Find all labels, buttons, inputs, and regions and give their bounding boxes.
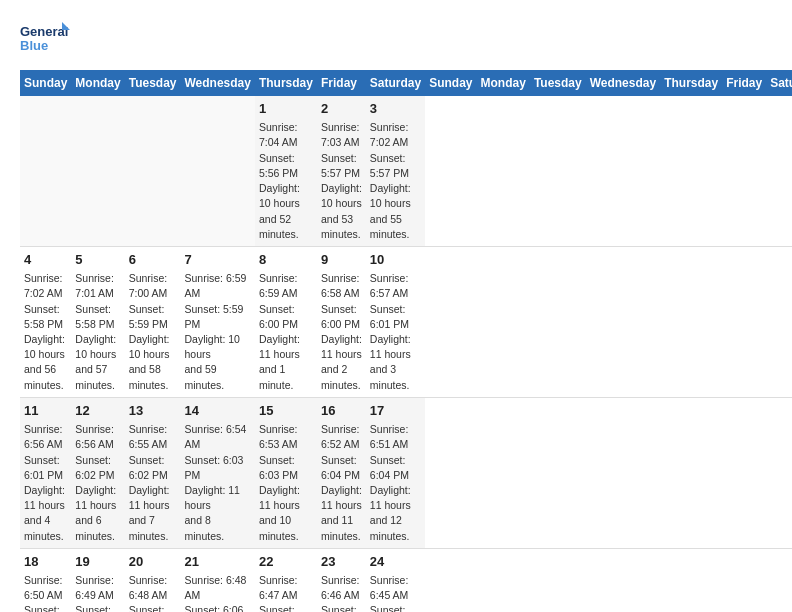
day-number: 24 <box>370 553 421 571</box>
day-number: 9 <box>321 251 362 269</box>
day-info: Sunrise: 7:01 AM Sunset: 5:58 PM Dayligh… <box>75 271 120 393</box>
day-cell: 14Sunrise: 6:54 AM Sunset: 6:03 PM Dayli… <box>180 397 254 548</box>
day-info: Sunrise: 6:57 AM Sunset: 6:01 PM Dayligh… <box>370 271 421 393</box>
day-info: Sunrise: 6:52 AM Sunset: 6:04 PM Dayligh… <box>321 422 362 544</box>
day-number: 15 <box>259 402 313 420</box>
day-info: Sunrise: 6:50 AM Sunset: 6:05 PM Dayligh… <box>24 573 67 612</box>
week-row-1: 1Sunrise: 7:04 AM Sunset: 5:56 PM Daylig… <box>20 96 792 246</box>
day-number: 3 <box>370 100 421 118</box>
svg-text:Blue: Blue <box>20 38 48 53</box>
day-info: Sunrise: 6:47 AM Sunset: 6:06 PM Dayligh… <box>259 573 313 612</box>
day-cell: 6Sunrise: 7:00 AM Sunset: 5:59 PM Daylig… <box>125 246 181 397</box>
day-info: Sunrise: 7:02 AM Sunset: 5:57 PM Dayligh… <box>370 120 421 242</box>
day-cell: 1Sunrise: 7:04 AM Sunset: 5:56 PM Daylig… <box>255 96 317 246</box>
day-number: 10 <box>370 251 421 269</box>
day-cell: 8Sunrise: 6:59 AM Sunset: 6:00 PM Daylig… <box>255 246 317 397</box>
svg-text:General: General <box>20 24 68 39</box>
day-cell: 5Sunrise: 7:01 AM Sunset: 5:58 PM Daylig… <box>71 246 124 397</box>
day-number: 20 <box>129 553 177 571</box>
header-friday: Friday <box>317 70 366 96</box>
day-number: 22 <box>259 553 313 571</box>
day-cell <box>20 96 71 246</box>
day-info: Sunrise: 7:03 AM Sunset: 5:57 PM Dayligh… <box>321 120 362 242</box>
day-info: Sunrise: 7:04 AM Sunset: 5:56 PM Dayligh… <box>259 120 313 242</box>
day-number: 14 <box>184 402 250 420</box>
col-header-thursday: Thursday <box>660 70 722 96</box>
day-info: Sunrise: 6:53 AM Sunset: 6:03 PM Dayligh… <box>259 422 313 544</box>
day-cell: 12Sunrise: 6:56 AM Sunset: 6:02 PM Dayli… <box>71 397 124 548</box>
day-info: Sunrise: 6:45 AM Sunset: 6:07 PM Dayligh… <box>370 573 421 612</box>
day-number: 2 <box>321 100 362 118</box>
day-info: Sunrise: 6:48 AM Sunset: 6:06 PM Dayligh… <box>184 573 250 612</box>
header-saturday: Saturday <box>366 70 425 96</box>
day-cell: 16Sunrise: 6:52 AM Sunset: 6:04 PM Dayli… <box>317 397 366 548</box>
day-number: 4 <box>24 251 67 269</box>
day-number: 16 <box>321 402 362 420</box>
logo-svg: General Blue <box>20 20 70 60</box>
day-number: 12 <box>75 402 120 420</box>
day-number: 17 <box>370 402 421 420</box>
day-info: Sunrise: 6:56 AM Sunset: 6:02 PM Dayligh… <box>75 422 120 544</box>
day-cell: 15Sunrise: 6:53 AM Sunset: 6:03 PM Dayli… <box>255 397 317 548</box>
header-thursday: Thursday <box>255 70 317 96</box>
day-number: 19 <box>75 553 120 571</box>
day-cell: 19Sunrise: 6:49 AM Sunset: 6:05 PM Dayli… <box>71 548 124 612</box>
page-header: General Blue <box>20 20 772 60</box>
day-info: Sunrise: 7:00 AM Sunset: 5:59 PM Dayligh… <box>129 271 177 393</box>
day-info: Sunrise: 6:51 AM Sunset: 6:04 PM Dayligh… <box>370 422 421 544</box>
day-number: 13 <box>129 402 177 420</box>
day-info: Sunrise: 7:02 AM Sunset: 5:58 PM Dayligh… <box>24 271 67 393</box>
calendar-table: SundayMondayTuesdayWednesdayThursdayFrid… <box>20 70 792 612</box>
header-sunday: Sunday <box>20 70 71 96</box>
day-cell: 18Sunrise: 6:50 AM Sunset: 6:05 PM Dayli… <box>20 548 71 612</box>
day-number: 6 <box>129 251 177 269</box>
day-info: Sunrise: 6:46 AM Sunset: 6:07 PM Dayligh… <box>321 573 362 612</box>
day-cell: 4Sunrise: 7:02 AM Sunset: 5:58 PM Daylig… <box>20 246 71 397</box>
day-cell: 24Sunrise: 6:45 AM Sunset: 6:07 PM Dayli… <box>366 548 425 612</box>
day-number: 23 <box>321 553 362 571</box>
col-header-sunday: Sunday <box>425 70 476 96</box>
col-header-monday: Monday <box>477 70 530 96</box>
day-cell: 11Sunrise: 6:56 AM Sunset: 6:01 PM Dayli… <box>20 397 71 548</box>
day-info: Sunrise: 6:59 AM Sunset: 6:00 PM Dayligh… <box>259 271 313 393</box>
day-info: Sunrise: 6:54 AM Sunset: 6:03 PM Dayligh… <box>184 422 250 544</box>
day-number: 18 <box>24 553 67 571</box>
day-number: 8 <box>259 251 313 269</box>
day-cell <box>180 96 254 246</box>
header-wednesday: Wednesday <box>180 70 254 96</box>
day-number: 21 <box>184 553 250 571</box>
calendar-header-row: SundayMondayTuesdayWednesdayThursdayFrid… <box>20 70 792 96</box>
day-cell <box>71 96 124 246</box>
day-cell: 9Sunrise: 6:58 AM Sunset: 6:00 PM Daylig… <box>317 246 366 397</box>
day-cell: 23Sunrise: 6:46 AM Sunset: 6:07 PM Dayli… <box>317 548 366 612</box>
day-number: 5 <box>75 251 120 269</box>
day-info: Sunrise: 6:56 AM Sunset: 6:01 PM Dayligh… <box>24 422 67 544</box>
day-cell: 22Sunrise: 6:47 AM Sunset: 6:06 PM Dayli… <box>255 548 317 612</box>
col-header-saturday: Saturday <box>766 70 792 96</box>
col-header-tuesday: Tuesday <box>530 70 586 96</box>
logo: General Blue <box>20 20 70 60</box>
day-info: Sunrise: 6:49 AM Sunset: 6:05 PM Dayligh… <box>75 573 120 612</box>
day-number: 1 <box>259 100 313 118</box>
day-number: 11 <box>24 402 67 420</box>
week-row-2: 4Sunrise: 7:02 AM Sunset: 5:58 PM Daylig… <box>20 246 792 397</box>
day-cell: 7Sunrise: 6:59 AM Sunset: 5:59 PM Daylig… <box>180 246 254 397</box>
header-monday: Monday <box>71 70 124 96</box>
col-header-friday: Friday <box>722 70 766 96</box>
week-row-3: 11Sunrise: 6:56 AM Sunset: 6:01 PM Dayli… <box>20 397 792 548</box>
header-tuesday: Tuesday <box>125 70 181 96</box>
day-cell: 2Sunrise: 7:03 AM Sunset: 5:57 PM Daylig… <box>317 96 366 246</box>
day-cell: 13Sunrise: 6:55 AM Sunset: 6:02 PM Dayli… <box>125 397 181 548</box>
day-info: Sunrise: 6:55 AM Sunset: 6:02 PM Dayligh… <box>129 422 177 544</box>
week-row-4: 18Sunrise: 6:50 AM Sunset: 6:05 PM Dayli… <box>20 548 792 612</box>
day-cell: 21Sunrise: 6:48 AM Sunset: 6:06 PM Dayli… <box>180 548 254 612</box>
day-info: Sunrise: 6:59 AM Sunset: 5:59 PM Dayligh… <box>184 271 250 393</box>
day-cell: 3Sunrise: 7:02 AM Sunset: 5:57 PM Daylig… <box>366 96 425 246</box>
col-header-wednesday: Wednesday <box>586 70 660 96</box>
day-number: 7 <box>184 251 250 269</box>
day-info: Sunrise: 6:48 AM Sunset: 6:05 PM Dayligh… <box>129 573 177 612</box>
day-cell: 17Sunrise: 6:51 AM Sunset: 6:04 PM Dayli… <box>366 397 425 548</box>
day-cell: 20Sunrise: 6:48 AM Sunset: 6:05 PM Dayli… <box>125 548 181 612</box>
day-cell <box>125 96 181 246</box>
day-info: Sunrise: 6:58 AM Sunset: 6:00 PM Dayligh… <box>321 271 362 393</box>
